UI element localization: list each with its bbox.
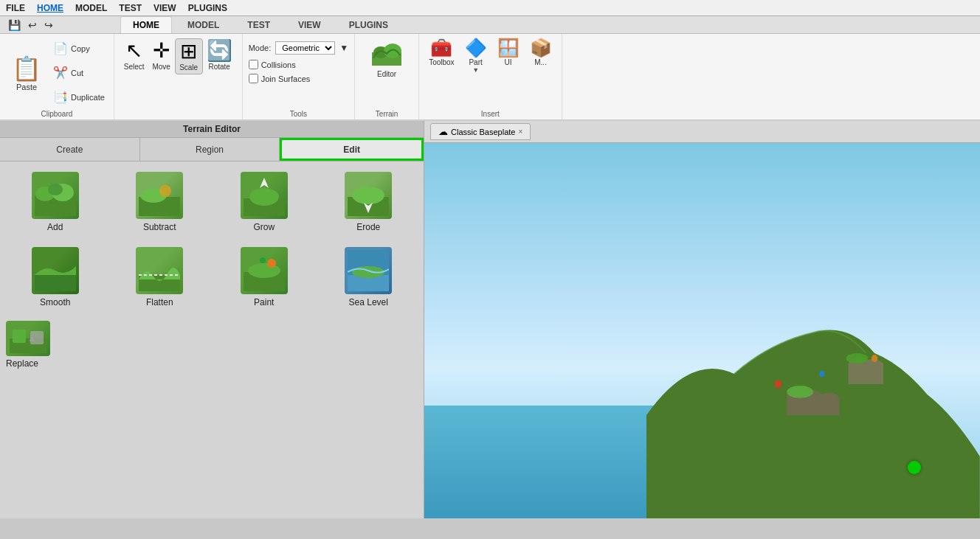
more-icon: 📦 [530,39,552,57]
tool-grow[interactable]: Grow [215,167,314,237]
tool-erode[interactable]: Erode [320,167,418,237]
subtract-label: Subtract [143,222,176,232]
menu-model[interactable]: MODEL [75,3,107,13]
paste-icon: 📋 [12,55,41,83]
tab-test[interactable]: TEST [235,16,283,33]
ui-icon: 🪟 [497,39,520,57]
tools-label: Tools [249,108,348,118]
mode-select[interactable]: Geometric [275,41,335,55]
terrain-hill [646,312,980,518]
sealevel-label: Sea Level [349,297,388,307]
editor-label: Editor [377,70,396,78]
editor-button[interactable]: Editor [361,37,413,80]
tool-flatten[interactable]: Flatten [111,243,210,312]
svg-point-30 [787,386,813,398]
menu-plugins[interactable]: PLUGINS [188,3,227,13]
terrain-panel: Terrain Editor Create Region Edit Add [0,121,424,518]
part-button[interactable]: 🔷 Part ▼ [461,37,491,76]
grow-label: Grow [253,222,275,232]
svg-point-20 [248,263,280,278]
ui-label: UI [505,58,512,66]
scale-label: Scale [179,63,198,72]
collisions-label: Collisions [261,60,296,69]
replace-icon [6,321,50,356]
svg-point-22 [260,257,266,263]
tab-plugins[interactable]: PLUGINS [337,16,401,33]
insert-section: 🧰 Toolbox 🔷 Part ▼ 🪟 UI 📦 M... Insert [419,34,562,119]
grow-icon [241,172,288,219]
tab-model[interactable]: MODEL [175,16,232,33]
duplicate-label: Duplicate [71,93,105,102]
move-button[interactable]: ✛ Move [148,38,175,73]
viewport-tab-label: Classic Baseplate [451,128,515,136]
ribbon: 📋 Paste 📄 Copy ✂️ Cut 📑 Duplicate Clipbo… [0,34,980,121]
qa-redo[interactable]: ↪ [42,18,55,32]
ui-button[interactable]: 🪟 UI [494,37,523,69]
copy-button[interactable]: 📄 Copy [50,40,108,57]
more-button[interactable]: 📦 M... [526,37,556,69]
tool-replace[interactable]: Replace [0,318,424,372]
menu-test[interactable]: TEST [119,3,142,13]
viewport-canvas[interactable] [424,143,980,518]
main-area: Terrain Editor Create Region Edit Add [0,121,980,518]
duplicate-icon: 📑 [53,90,68,104]
qa-undo[interactable]: ↩ [26,18,39,32]
viewport-tab-baseplate[interactable]: ☁ Classic Baseplate × [430,123,531,140]
scale-button[interactable]: ⊞ Scale [176,39,202,74]
flatten-icon [136,247,183,294]
viewport-cloud-icon: ☁ [438,126,448,137]
select-label: Select [124,63,145,71]
tab-edit[interactable]: Edit [280,138,424,161]
rotate-button[interactable]: 🔄 Rotate [203,38,236,73]
cut-icon: ✂️ [53,66,68,80]
part-label: Part [469,58,482,66]
collisions-checkbox[interactable] [249,60,258,69]
menu-file[interactable]: FILE [6,3,25,13]
toolbox-button[interactable]: 🧰 Toolbox [425,37,458,69]
more-label: M... [534,58,547,66]
svg-marker-12 [260,178,269,188]
quick-access-toolbar: 💾 ↩ ↪ HOME MODEL TEST VIEW PLUGINS [0,16,980,34]
tool-paint[interactable]: Paint [215,243,314,312]
tool-smooth[interactable]: Smooth [6,243,105,312]
menu-home[interactable]: HOME [37,3,63,13]
panel-title: Terrain Editor [0,121,424,138]
tool-add[interactable]: Add [6,167,105,237]
tab-home[interactable]: HOME [120,16,172,33]
clipboard-label: Clipboard [6,108,108,118]
paint-icon [241,247,288,294]
cut-button[interactable]: ✂️ Cut [50,64,108,81]
cut-label: Cut [71,69,83,77]
subtract-icon [136,172,183,219]
copy-label: Copy [71,44,90,53]
svg-point-34 [872,355,877,362]
tab-region[interactable]: Region [140,138,280,161]
move-icon: ✛ [153,41,170,61]
tab-create[interactable]: Create [0,138,140,161]
editor-icon [372,39,401,69]
tab-view[interactable]: VIEW [286,16,334,33]
paste-button[interactable]: 📋 Paste [6,37,47,108]
copy-icon: 📄 [53,41,68,55]
viewport-close-button[interactable]: × [518,128,522,136]
tool-subtract[interactable]: Subtract [111,167,210,237]
duplicate-button[interactable]: 📑 Duplicate [50,88,108,105]
terrain-label: Terrain [376,108,398,118]
move-label: Move [152,63,170,71]
viewport: ☁ Classic Baseplate × [424,121,980,518]
erode-label: Erode [356,222,380,232]
menu-view[interactable]: VIEW [153,3,176,13]
svg-point-31 [846,353,869,364]
tool-sealevel[interactable]: Sea Level [320,243,418,312]
add-icon [32,172,79,219]
select-button[interactable]: ↖ Select [120,38,148,73]
join-surfaces-label: Join Surfaces [261,74,311,83]
flatten-label: Flatten [146,297,173,307]
viewport-tabs: ☁ Classic Baseplate × [424,121,980,143]
green-indicator [908,461,921,474]
tools-section: Mode: Geometric ▼ Collisions Join Surfac… [243,34,355,119]
qa-save[interactable]: 💾 [6,18,23,32]
join-surfaces-checkbox[interactable] [249,74,258,83]
sealevel-icon [345,247,392,294]
erode-icon [345,172,392,219]
